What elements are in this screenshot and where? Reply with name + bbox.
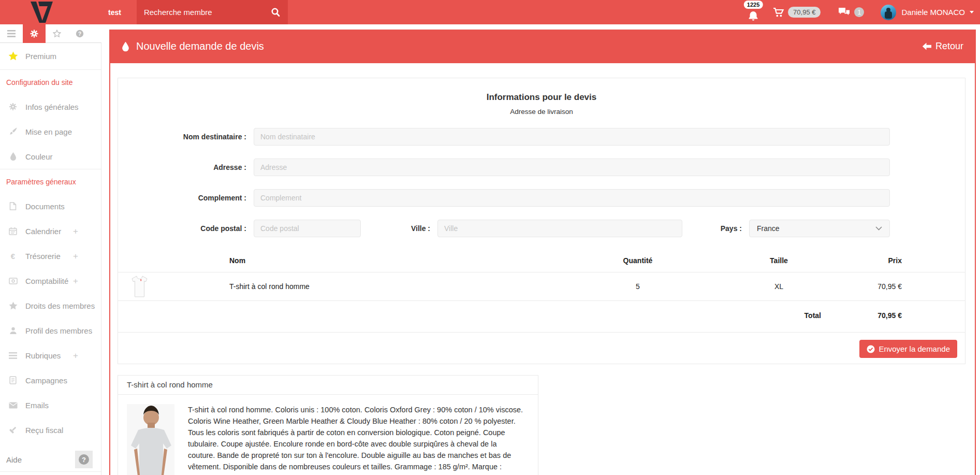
svg-text:?: ? xyxy=(78,31,81,37)
logo-icon xyxy=(30,2,55,23)
page-title: Nouvelle demande de devis xyxy=(136,40,264,52)
tab-menu[interactable] xyxy=(0,24,23,43)
sidebar-item-mise-en-page[interactable]: Mise en page xyxy=(0,119,101,144)
header-quantity: Quantité xyxy=(563,250,713,272)
order-table-header-row: Nom Quantité Taille Prix xyxy=(118,250,965,272)
notifications-count-badge: 1225 xyxy=(744,1,763,9)
row-size: XL xyxy=(713,272,845,301)
sidebar-item-infos-generales[interactable]: Infos générales xyxy=(0,94,101,119)
sidebar: Premium Configuration du site Infos géné… xyxy=(0,43,101,475)
form-subtitle: Adresse de livraison xyxy=(118,108,965,116)
expand-plus-icon[interactable]: + xyxy=(73,252,78,261)
product-thumbnail-cell xyxy=(118,272,229,301)
expand-plus-icon[interactable]: + xyxy=(73,227,78,236)
order-table-total-row: Total 70,95 € xyxy=(118,301,965,333)
form-row-recipient: Nom destinataire : xyxy=(118,128,965,146)
sidebar-item-rubriques[interactable]: Rubriques + xyxy=(0,343,101,368)
stamp-icon xyxy=(7,426,19,434)
app-logo[interactable] xyxy=(0,0,84,24)
product-card-title: T-shirt à col rond homme xyxy=(118,376,538,395)
sidebar-item-comptabilite[interactable]: Comptabilité + xyxy=(0,268,101,293)
cart-amount-badge: 70,95 € xyxy=(788,7,821,18)
brush-icon xyxy=(7,127,19,136)
user-name[interactable]: Daniele MONACO xyxy=(901,8,965,17)
form-row-complement: Complement : xyxy=(118,189,965,207)
page-banner: Nouvelle demande de devis Retour xyxy=(110,30,975,63)
search-input[interactable] xyxy=(144,8,270,17)
sidebar-item-label: Premium xyxy=(25,52,56,61)
header-name: Nom xyxy=(229,250,563,272)
form-rows: Nom destinataire : Adresse : Complement … xyxy=(118,128,965,237)
help-button[interactable] xyxy=(75,451,93,468)
sidebar-divider xyxy=(0,471,101,472)
arrow-left-icon xyxy=(922,42,931,50)
sidebar-item-calendrier[interactable]: Calendrier + xyxy=(0,219,101,243)
droplet-icon xyxy=(122,41,129,52)
postal-code-input[interactable] xyxy=(254,220,361,237)
messages-count-badge: 1 xyxy=(854,7,864,17)
complement-input[interactable] xyxy=(254,189,890,207)
sidebar-item-label: Trésorerie xyxy=(25,252,61,261)
star-icon xyxy=(53,30,61,38)
total-value: 70,95 € xyxy=(845,301,965,333)
droplet-icon xyxy=(7,152,19,161)
sidebar-item-label: Documents xyxy=(25,202,65,211)
country-select[interactable]: France xyxy=(749,220,890,237)
cart-button[interactable]: 70,95 € xyxy=(773,7,821,18)
sidebar-item-label: Campagnes xyxy=(25,376,67,385)
sidebar-item-recu-fiscal[interactable]: Reçu fiscal xyxy=(0,418,101,442)
country-selected-value: France xyxy=(757,224,780,233)
top-header: test 1225 70,95 € xyxy=(0,0,980,24)
help-label: Aide xyxy=(6,455,22,464)
sidebar-item-couleur[interactable]: Couleur xyxy=(0,144,101,169)
gear-icon xyxy=(7,103,19,111)
back-button[interactable]: Retour xyxy=(922,41,963,52)
sidebar-item-label: Rubriques xyxy=(25,351,61,360)
send-request-button[interactable]: Envoyer la demande xyxy=(859,340,957,358)
form-row-address: Adresse : xyxy=(118,159,965,176)
sidebar-item-tresorerie[interactable]: Trésorerie + xyxy=(0,243,101,268)
submit-row: Envoyer la demande xyxy=(118,333,965,358)
product-description: T-shirt à col rond homme. Coloris unis :… xyxy=(188,404,523,475)
sidebar-item-droits-membres[interactable]: Droits des membres xyxy=(0,293,101,318)
form-title: Informations pour le devis xyxy=(118,92,965,103)
sidebar-item-documents[interactable]: Documents xyxy=(0,194,101,219)
header-size: Taille xyxy=(713,250,845,272)
back-button-label: Retour xyxy=(935,41,963,52)
sidebar-item-emails[interactable]: Emails xyxy=(0,393,101,418)
tab-favorites[interactable] xyxy=(46,24,68,43)
product-card: T-shirt à col rond homme xyxy=(118,375,538,475)
header-thumb-spacer xyxy=(118,250,229,272)
sidebar-item-label: Mise en page xyxy=(25,127,72,136)
sidebar-item-profil-membres[interactable]: Profil des membres xyxy=(0,318,101,343)
user-menu-caret-icon[interactable] xyxy=(970,11,974,13)
order-table: Nom Quantité Taille Prix xyxy=(118,250,965,333)
recipient-label: Nom destinataire : xyxy=(118,133,254,141)
document-icon xyxy=(7,202,19,210)
address-input[interactable] xyxy=(254,159,890,176)
page-panel: Nouvelle demande de devis Retour Informa… xyxy=(109,30,976,475)
tab-settings[interactable] xyxy=(23,24,46,43)
star-icon xyxy=(7,301,19,310)
user-avatar[interactable] xyxy=(881,5,896,20)
country-label: Pays : xyxy=(682,224,749,233)
product-photo xyxy=(127,404,174,475)
tab-help[interactable]: ? xyxy=(68,24,91,43)
list-icon xyxy=(7,352,19,359)
expand-plus-icon[interactable]: + xyxy=(73,277,78,285)
messages-button[interactable]: 1 xyxy=(838,7,864,18)
bell-icon xyxy=(747,10,759,22)
recipient-input[interactable] xyxy=(254,128,890,146)
city-input[interactable] xyxy=(437,220,682,237)
menu-icon xyxy=(7,30,16,37)
calendar-icon xyxy=(7,227,19,235)
notifications-button[interactable]: 1225 xyxy=(742,0,765,24)
sidebar-item-label: Profil des membres xyxy=(25,326,92,335)
order-table-row: T-shirt à col rond homme 5 XL 70,95 € xyxy=(118,272,965,301)
sidebar-item-campagnes[interactable]: Campagnes xyxy=(0,368,101,393)
sidebar-item-label: Emails xyxy=(25,401,49,410)
expand-plus-icon[interactable]: + xyxy=(73,351,78,360)
sidebar-item-premium[interactable]: Premium xyxy=(0,43,101,69)
sidebar-item-label: Droits des membres xyxy=(25,301,95,310)
search-icon[interactable] xyxy=(270,7,281,18)
